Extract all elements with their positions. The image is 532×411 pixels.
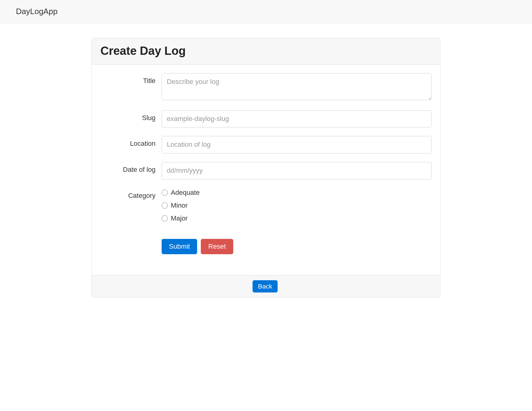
form-row-location: Location (100, 136, 432, 153)
slug-label: Slug (100, 110, 162, 122)
category-radio-minor[interactable] (162, 202, 168, 209)
panel-body: Title Slug Location Date of log (92, 65, 440, 275)
location-label: Location (100, 136, 162, 148)
category-option-label: Minor (171, 202, 188, 209)
category-radio-adequate[interactable] (162, 190, 168, 196)
location-input[interactable] (162, 136, 432, 153)
title-label: Title (100, 73, 162, 85)
title-input[interactable] (162, 73, 432, 100)
reset-button[interactable]: Reset (201, 239, 233, 254)
navbar-brand[interactable]: DayLogApp (0, 7, 532, 16)
navbar: DayLogApp (0, 0, 532, 23)
category-option-label: Adequate (171, 189, 200, 197)
form-row-title: Title (100, 73, 432, 102)
category-label: Category (100, 188, 162, 200)
form-row-category: Category Adequate Minor Majo (100, 188, 432, 227)
date-label: Date of log (100, 162, 162, 174)
date-input[interactable] (162, 162, 432, 179)
category-radio-group: Adequate Minor Major (162, 188, 432, 222)
slug-input[interactable] (162, 110, 432, 128)
submit-button[interactable]: Submit (162, 239, 197, 254)
category-radio-major[interactable] (162, 215, 168, 221)
form-row-date: Date of log (100, 162, 432, 179)
panel-heading: Create Day Log (92, 38, 440, 65)
category-option-adequate[interactable]: Adequate (162, 189, 432, 197)
panel-title: Create Day Log (100, 44, 432, 58)
category-option-major[interactable]: Major (162, 214, 432, 222)
category-option-label: Major (171, 214, 188, 222)
create-daylog-panel: Create Day Log Title Slug Location (92, 38, 440, 298)
form-row-slug: Slug (100, 110, 432, 128)
back-button[interactable]: Back (253, 280, 278, 292)
panel-footer: Back (92, 275, 440, 297)
form-row-actions: Submit Reset (100, 236, 432, 254)
category-option-minor[interactable]: Minor (162, 202, 432, 209)
